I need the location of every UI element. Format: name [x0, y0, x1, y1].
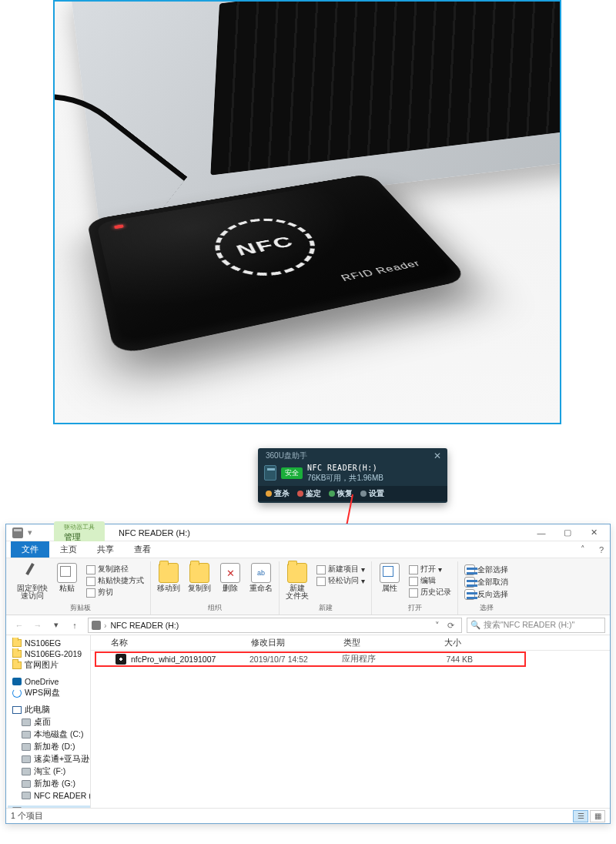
copy-to-button[interactable]: 复制到	[188, 563, 211, 592]
group-clipboard-label: 剪贴板	[70, 602, 91, 615]
nav-item-label: OneDrive	[25, 677, 59, 686]
copy-path-button[interactable]: 复制路径	[86, 564, 144, 574]
nav-item-label: WPS网盘	[25, 688, 60, 698]
select-all-button[interactable]: 全部选择	[464, 564, 508, 575]
usb-drive-icon	[264, 465, 276, 481]
nav-item-label: 新加卷 (G:)	[34, 779, 75, 789]
breadcrumb-dropdown[interactable]: ˅	[431, 621, 444, 630]
view-details-button[interactable]: ☰	[573, 810, 588, 822]
device-led	[114, 224, 124, 229]
delete-button[interactable]: 删除	[219, 563, 242, 592]
nav-item[interactable]: NS106EG	[8, 638, 90, 648]
nav-item[interactable]: NFC READER (I	[8, 790, 90, 801]
nav-item[interactable]: 此电脑	[8, 704, 90, 716]
popup-close-button[interactable]: ✕	[434, 450, 441, 461]
help-button[interactable]: ?	[593, 545, 610, 554]
navigation-pane[interactable]: NS106EGNS106EG-2019官网图片OneDriveWPS网盘此电脑桌…	[6, 635, 91, 808]
nav-item[interactable]: 淘宝 (F:)	[8, 765, 90, 778]
tab-file[interactable]: 文件	[11, 541, 49, 558]
status-item-count: 1 个项目	[11, 811, 43, 822]
nav-forward-button[interactable]: →	[29, 618, 46, 633]
drv-icon	[22, 780, 31, 788]
history-button[interactable]: 历史记录	[409, 588, 451, 598]
fld-icon	[12, 650, 22, 658]
search-input[interactable]: 🔍 搜索"NFC READER (H:)"	[467, 618, 605, 633]
col-name[interactable]: 名称	[91, 638, 245, 648]
new-folder-button[interactable]: 新建文件夹	[286, 563, 309, 601]
paste-shortcut-button[interactable]: 粘贴快捷方式	[86, 576, 144, 586]
nav-history-button[interactable]: ▾	[48, 618, 65, 633]
nav-item[interactable]: WPS网盘	[8, 687, 90, 699]
nav-item-label: 官网图片	[25, 660, 59, 671]
exe-icon	[116, 654, 126, 665]
invert-selection-button[interactable]: 反向选择	[464, 589, 508, 600]
col-type[interactable]: 类型	[337, 638, 407, 648]
popup-identify-button[interactable]: 鉴定	[297, 488, 321, 499]
search-icon: 🔍	[470, 620, 480, 630]
nav-item[interactable]: 桌面	[8, 716, 90, 728]
nav-item-label: 此电脑	[25, 705, 50, 715]
window-minimize-button[interactable]: —	[530, 526, 553, 540]
tab-share[interactable]: 共享	[88, 541, 123, 558]
nfc-label: NFC	[233, 233, 298, 259]
open-button[interactable]: 打开▾	[409, 564, 451, 574]
window-close-button[interactable]: ✕	[582, 526, 605, 540]
file-type: 应用程序	[342, 654, 411, 665]
nav-item-label: NFC READER (I	[34, 791, 90, 800]
drv-icon	[22, 731, 31, 738]
new-item-button[interactable]: 新建项目▾	[316, 564, 365, 574]
nav-item-label: 桌面	[34, 717, 51, 728]
ribbon-collapse-button[interactable]: ˄	[574, 544, 591, 554]
popup-scan-button[interactable]: 查杀	[266, 488, 290, 499]
breadcrumb-root[interactable]: NFC READER (H:)	[108, 621, 182, 630]
popup-title: 360U盘助手	[266, 450, 307, 461]
select-none-button[interactable]: 全部取消	[464, 577, 508, 588]
tab-home[interactable]: 主页	[51, 541, 86, 558]
column-headers: 名称 修改日期 类型 大小	[91, 635, 610, 651]
breadcrumb[interactable]: › NFC READER (H:) ˅ ⟳	[88, 618, 462, 633]
drv-icon	[22, 718, 31, 726]
refresh-button[interactable]: ⟳	[444, 621, 458, 630]
nav-item-label: 速卖通+亚马逊	[34, 754, 89, 765]
nav-item[interactable]: 速卖通+亚马逊	[8, 753, 90, 765]
nav-item[interactable]: 新加卷 (G:)	[8, 778, 90, 790]
move-to-button[interactable]: 移动到	[157, 563, 180, 592]
paste-button[interactable]: 粘贴	[55, 563, 79, 592]
popup-recover-button[interactable]: 恢复	[329, 488, 353, 499]
context-tab-drive-tools[interactable]: 驱动器工具 管理	[54, 521, 105, 544]
edit-button[interactable]: 编辑	[409, 576, 451, 586]
pin-quickaccess-button[interactable]: 固定到快速访问	[17, 563, 48, 601]
nav-item[interactable]: 本地磁盘 (C:)	[8, 728, 90, 741]
ribbon: 固定到快速访问 粘贴 复制路径 粘贴快捷方式 剪切 剪贴板 移动到 复制到 删除…	[6, 558, 610, 615]
file-list[interactable]: nfcPro_whid_201910072019/10/7 14:52应用程序7…	[91, 651, 610, 808]
drv-icon	[22, 792, 31, 799]
nfc-ring-icon	[205, 213, 330, 285]
nav-item[interactable]: 官网图片	[8, 659, 90, 672]
file-row[interactable]: nfcPro_whid_201910072019/10/7 14:52应用程序7…	[91, 652, 610, 666]
ribbon-tabs: 文件 主页 共享 查看 ˄ ?	[6, 541, 610, 558]
popup-settings-button[interactable]: 设置	[360, 488, 384, 499]
nav-back-button[interactable]: ←	[11, 618, 28, 633]
view-icons-button[interactable]: ▦	[590, 810, 605, 822]
group-new-label: 新建	[319, 602, 333, 615]
tab-view[interactable]: 查看	[125, 541, 160, 558]
nav-item[interactable]: NS106EG-2019	[8, 648, 90, 659]
one-icon	[12, 678, 22, 685]
nav-item-label: 淘宝 (F:)	[34, 766, 65, 777]
popup-drive-info: NFC READER(H:) 76KB可用，共1.96MB	[307, 463, 383, 483]
nav-up-button[interactable]: ↑	[66, 618, 83, 633]
window-maximize-button[interactable]: ▢	[556, 526, 579, 540]
col-size[interactable]: 大小	[407, 638, 468, 648]
rename-button[interactable]: 重命名	[249, 563, 273, 592]
properties-button[interactable]: 属性	[378, 563, 401, 592]
col-date[interactable]: 修改日期	[245, 638, 337, 648]
nav-item[interactable]: OneDrive	[8, 676, 90, 687]
wps-icon	[12, 688, 22, 698]
easy-access-button[interactable]: 轻松访问▾	[316, 576, 365, 586]
nav-item-label: NS106EG	[25, 638, 61, 648]
breadcrumb-drive-icon	[92, 621, 101, 630]
titlebar: ▾ 驱动器工具 管理 NFC READER (H:) — ▢ ✕	[6, 524, 610, 541]
file-explorer-window: ▾ 驱动器工具 管理 NFC READER (H:) — ▢ ✕ 文件 主页 共…	[5, 524, 611, 824]
nav-item[interactable]: 新加卷 (D:)	[8, 741, 90, 753]
cut-button[interactable]: 剪切	[86, 588, 144, 598]
